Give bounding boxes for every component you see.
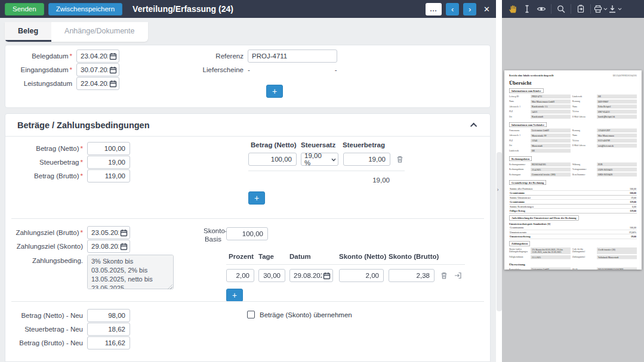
calendar-icon[interactable] bbox=[120, 243, 128, 250]
doc-total-label: Summe aller Positionen bbox=[510, 187, 532, 190]
zahlungsziel-brutto-label: Zahlungsziel (Brutto) bbox=[16, 229, 79, 236]
add-lieferschein-button[interactable]: + bbox=[266, 85, 283, 98]
tax-col-satz: Steuersatz bbox=[301, 141, 343, 148]
tab-bar: Beleg Anhänge/Dokumente bbox=[5, 22, 148, 42]
chevron-down-icon bbox=[331, 158, 336, 162]
steuerbetrag-neu-input[interactable] bbox=[87, 323, 130, 336]
doc-total-label: Summe Restforderungen bbox=[510, 205, 534, 208]
required-marker: * bbox=[81, 145, 83, 152]
doc-invoice-grid: Rechnungsnummer RE2025042305 Währung EUR… bbox=[509, 163, 637, 178]
add-skonto-row-button[interactable]: + bbox=[226, 289, 243, 302]
betrag-netto-neu-label: Betrag (Netto) - Neu bbox=[21, 312, 83, 319]
required-marker: * bbox=[81, 229, 83, 236]
doc-field-value: Credit transfer (30) bbox=[597, 247, 637, 254]
skonto-basis-input[interactable] bbox=[226, 227, 268, 240]
view-mode-icon[interactable] bbox=[534, 0, 549, 18]
next-record-button[interactable]: › bbox=[463, 3, 476, 16]
send-button[interactable]: Senden bbox=[5, 3, 44, 16]
delete-skonto-row-button[interactable] bbox=[440, 271, 448, 280]
betrag-brutto-label: Betrag (Brutto) bbox=[34, 172, 79, 180]
doc-field-value: Volksbank Musterstadt bbox=[597, 255, 637, 259]
skonto-brutto-input[interactable] bbox=[389, 269, 435, 282]
skonto-uebernehmen-checkbox[interactable] bbox=[247, 311, 255, 318]
calendar-icon[interactable] bbox=[109, 80, 117, 88]
skonto-basis-label: Skonto-Basis bbox=[204, 227, 226, 244]
collapse-section-icon[interactable] bbox=[470, 122, 477, 129]
betrag-netto-input[interactable] bbox=[87, 142, 130, 155]
add-tax-row-button[interactable]: + bbox=[248, 191, 265, 205]
doc-field-row: Fälligkeitsdatum 23.5.2025 Zahlungsmitte… bbox=[509, 255, 637, 259]
zahlungsbedingungen-textarea[interactable] bbox=[87, 255, 174, 289]
print-icon[interactable] bbox=[593, 0, 608, 18]
skonto-tage-input[interactable] bbox=[258, 269, 285, 282]
apply-skonto-row-button[interactable] bbox=[454, 271, 462, 280]
hand-tool-icon[interactable] bbox=[506, 0, 520, 18]
doc-vat-box-title: Aufschlüsselung der Umsatzsteuer auf Ebe… bbox=[509, 216, 578, 221]
tax-betrag-input[interactable] bbox=[343, 153, 390, 166]
calendar-icon[interactable] bbox=[109, 66, 117, 74]
betrag-brutto-input[interactable] bbox=[87, 169, 130, 182]
belegdatum-field[interactable] bbox=[76, 49, 119, 63]
doc-field-label: Ort bbox=[509, 115, 529, 119]
doc-field-value: RE2025042305 bbox=[531, 163, 571, 167]
save-draft-button[interactable]: Zwischenspeichern bbox=[48, 3, 122, 16]
document-viewer: Bereiche ohne Inhalte werden nicht darge… bbox=[502, 0, 644, 362]
doc-field-value: Erika Beispiel bbox=[597, 105, 637, 109]
doc-field-value: 3% Skonto bis 03.05.2025, 2% bis 13.05.2… bbox=[531, 247, 571, 254]
download-icon[interactable] bbox=[608, 0, 622, 18]
leistungsdatum-label: Leistungsdatum bbox=[24, 80, 72, 87]
tax-netto-input[interactable] bbox=[248, 153, 297, 166]
close-icon[interactable]: ✕ bbox=[483, 5, 490, 14]
prev-record-button[interactable]: ‹ bbox=[446, 3, 459, 16]
search-icon[interactable] bbox=[554, 0, 568, 18]
tab-beleg[interactable]: Beleg bbox=[5, 22, 51, 42]
leistungsdatum-field[interactable] bbox=[76, 77, 119, 90]
doc-field-value: Musterstraße 99 bbox=[531, 134, 571, 138]
tax-row: 19,00 % bbox=[248, 153, 405, 166]
zahlungsziel-brutto-field[interactable] bbox=[87, 226, 130, 239]
doc-total-label: Fälliger Betrag bbox=[510, 209, 525, 212]
calendar-icon[interactable] bbox=[323, 272, 331, 280]
clipboard-icon[interactable] bbox=[574, 0, 588, 18]
skonto-prozent-input[interactable] bbox=[226, 269, 254, 282]
doc-total-value: 119,00 bbox=[630, 209, 636, 212]
trash-icon bbox=[440, 271, 448, 280]
doc-vat-row: Umsatzsteuersatz 19,00% bbox=[509, 230, 637, 235]
skonto-row bbox=[226, 269, 465, 282]
calendar-icon[interactable] bbox=[120, 229, 128, 237]
skonto-datum-field[interactable] bbox=[289, 269, 333, 282]
doc-field-row: Adresszeile 1 Kundenstraße 1A Name Erika… bbox=[509, 105, 637, 109]
uebernehmen-checkbox-row[interactable]: Beträge (Skonto) übernehmen bbox=[247, 311, 352, 318]
more-options-button[interactable]: ... bbox=[426, 3, 442, 16]
doc-field-label: Kennung bbox=[572, 129, 595, 133]
betrag-netto-neu-input[interactable] bbox=[87, 309, 130, 322]
delete-tax-row-button[interactable] bbox=[396, 155, 404, 163]
steuerbetrag-input[interactable] bbox=[87, 156, 130, 169]
skonto-netto-input[interactable] bbox=[339, 269, 384, 282]
doc-vat-row: Gesamtsumme 100,00 bbox=[509, 225, 637, 230]
tab-anhaenge-dokumente[interactable]: Anhänge/Dokumente bbox=[51, 22, 147, 42]
zahlungsziel-skonto-field[interactable] bbox=[87, 240, 130, 253]
steuerbetrag-neu-row: Steuerbetrag - Neu bbox=[5, 323, 130, 336]
eingangsdatum-label: Eingangsdatum bbox=[21, 66, 69, 73]
app-header: Senden Zwischenspeichern Verteilung/Erfa… bbox=[0, 0, 496, 18]
doc-field-label: E-Mail-Adresse bbox=[572, 144, 595, 148]
eingangsdatum-field[interactable] bbox=[76, 63, 119, 76]
doc-field-value: 0987-654321 bbox=[597, 110, 637, 114]
doc-field-label: E-Mail-Adresse bbox=[572, 115, 595, 119]
splitter-handle[interactable]: › bbox=[497, 152, 502, 311]
doc-total-row: Summe Umsatzsteuer 19,00 bbox=[509, 196, 637, 200]
doc-seller-grid: Firmenname Lieferanton GmbH Kennung 1234… bbox=[509, 129, 637, 154]
calendar-icon[interactable] bbox=[109, 52, 117, 60]
doc-field-label: Bestellnummer bbox=[572, 173, 595, 177]
doc-vat-list: Gesamtsumme 100,00 Umsatzsteuersatz 19,0… bbox=[509, 225, 637, 239]
required-marker: * bbox=[81, 159, 83, 166]
referenz-input[interactable] bbox=[248, 49, 337, 63]
steuersatz-select[interactable]: 19,00 % bbox=[301, 153, 338, 166]
page-title: Verteilung/Erfassung (24) bbox=[133, 4, 233, 14]
betrag-brutto-neu-input[interactable] bbox=[87, 336, 130, 349]
tax-table: Betrag (Netto) Steuersatz Steuerbetrag 1… bbox=[248, 141, 405, 205]
text-select-tool-icon[interactable] bbox=[520, 0, 534, 18]
doc-total-label: Gesamtsumme bbox=[510, 191, 525, 194]
doc-field-label bbox=[572, 149, 595, 153]
